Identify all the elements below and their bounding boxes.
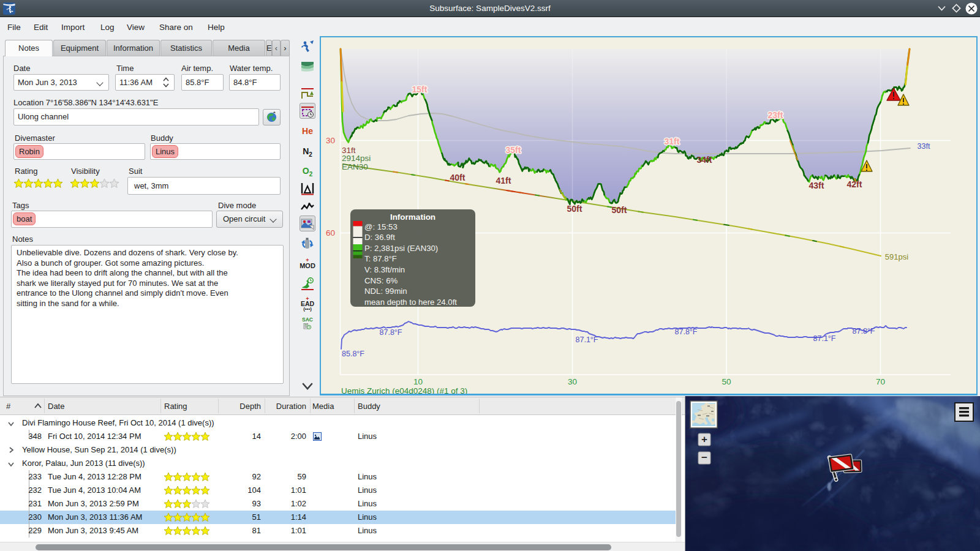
svg-text:34ft: 34ft [697, 155, 712, 165]
svg-text:35ft: 35ft [506, 145, 521, 155]
svg-text:87.8°F: 87.8°F [675, 328, 698, 336]
svg-text:50ft: 50ft [612, 205, 627, 215]
svg-text:87.1°F: 87.1°F [813, 334, 836, 343]
svg-text:33ft: 33ft [918, 142, 930, 151]
svg-text:43ft: 43ft [809, 181, 824, 190]
svg-text:P: 2,381psi (EAN30): P: 2,381psi (EAN30) [364, 244, 438, 253]
svg-text:41ft: 41ft [496, 176, 511, 186]
svg-text:591psi: 591psi [885, 252, 908, 261]
svg-text:85.8°F: 85.8°F [342, 350, 364, 358]
svg-text:2914psi: 2914psi [342, 154, 371, 163]
svg-text:EAN30: EAN30 [342, 162, 368, 171]
svg-text:mean depth to here 24.0ft: mean depth to here 24.0ft [364, 298, 457, 307]
svg-text:42ft: 42ft [847, 179, 862, 189]
svg-text:−: − [701, 452, 707, 463]
svg-text:@: 15:53: @: 15:53 [364, 222, 398, 231]
svg-text:V: 8.3ft/min: V: 8.3ft/min [364, 265, 405, 274]
svg-text:D: 36.9ft: D: 36.9ft [364, 233, 395, 242]
svg-text:30: 30 [568, 377, 577, 386]
svg-text:31ft: 31ft [665, 137, 680, 146]
svg-text:50: 50 [722, 377, 731, 386]
svg-text:23ft: 23ft [768, 110, 783, 120]
svg-text:87.1°F: 87.1°F [576, 335, 598, 344]
svg-text:87.8°F: 87.8°F [380, 328, 402, 337]
svg-text:15ft: 15ft [412, 84, 428, 94]
svg-text:NDL: 99min: NDL: 99min [364, 287, 407, 296]
svg-text:Information: Information [390, 212, 435, 222]
svg-text:50ft: 50ft [567, 204, 582, 214]
svg-text:CNS: 6%: CNS: 6% [364, 276, 398, 285]
svg-text:70: 70 [876, 377, 885, 386]
svg-text:87.8°F: 87.8°F [853, 327, 875, 335]
svg-text:30: 30 [326, 136, 335, 145]
svg-text:+: + [701, 433, 707, 445]
svg-text:40ft: 40ft [450, 173, 466, 182]
svg-text:10: 10 [413, 377, 423, 386]
svg-text:T: 87.8°F: T: 87.8°F [364, 254, 397, 263]
svg-text:60: 60 [326, 228, 335, 238]
